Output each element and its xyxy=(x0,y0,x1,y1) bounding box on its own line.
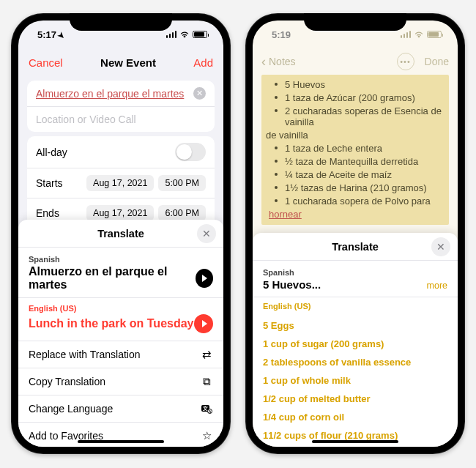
home-indicator[interactable] xyxy=(312,440,398,443)
translation-item: 1 cup of whole milk xyxy=(263,371,447,390)
replace-action[interactable]: Replace with Translation ⇄ xyxy=(18,341,223,368)
starts-time[interactable]: 5:00 PM xyxy=(158,175,206,191)
list-item: ½ taza de Mantequilla derretida xyxy=(273,155,445,168)
signal-icon xyxy=(401,31,412,38)
status-time: 5:19 xyxy=(272,29,291,40)
source-text: Almuerzo en el parque el martes xyxy=(29,265,196,291)
translation-item: 5 Eggs xyxy=(263,316,447,335)
location-placeholder: Location or Video Call xyxy=(36,114,136,125)
underlined-word: hornear xyxy=(269,209,302,220)
wifi-icon xyxy=(414,31,424,38)
translation-item: 1/2 cup of melted butter xyxy=(263,390,447,408)
sheet-title: Translate xyxy=(97,228,144,239)
title-value: Almuerzo en el parque el martes xyxy=(36,88,184,100)
svg-text:A: A xyxy=(209,409,212,414)
back-chevron-icon[interactable]: ‹ xyxy=(261,54,266,70)
nav-bar: Cancel New Event Add xyxy=(18,48,223,76)
phone-calendar: 5:17➤ Cancel New Event Add Almuerzo en e… xyxy=(11,13,231,454)
copy-label: Copy Translation xyxy=(29,376,105,387)
dest-block: English (US) xyxy=(253,297,458,315)
location-field[interactable]: Location or Video Call xyxy=(27,107,215,132)
location-icon: ➤ xyxy=(56,29,67,41)
allday-toggle[interactable] xyxy=(175,143,206,161)
translation-list: 5 Eggs 1 cup of sugar (200 grams) 2 tabl… xyxy=(253,315,458,445)
translation-item: 2 tablespoons of vanilla essence xyxy=(263,353,447,371)
translation-item: 1/4 cup of corn oil xyxy=(263,408,447,426)
source-block: Spanish Almuerzo en el parque el martes xyxy=(18,248,223,298)
sheet-title: Translate xyxy=(332,241,379,253)
notch xyxy=(304,13,406,31)
sheet-header: Translate ✕ xyxy=(253,233,458,261)
translate-sheet: Translate ✕ Spanish Almuerzo en el parqu… xyxy=(18,220,223,447)
replace-label: Replace with Translation xyxy=(29,349,141,360)
ends-label: Ends xyxy=(36,207,86,219)
notch xyxy=(70,13,172,31)
change-lang-action[interactable]: Change Language 文A xyxy=(18,395,223,423)
list-item: 1 taza de Azúcar (200 gramos) xyxy=(273,91,445,104)
language-icon: 文A xyxy=(200,402,213,415)
dest-lang: English (US) xyxy=(263,302,447,311)
battery-icon xyxy=(193,31,207,38)
sheet-header: Translate ✕ xyxy=(18,220,223,248)
ends-time[interactable]: 6:00 PM xyxy=(158,205,206,221)
allday-label: All-day xyxy=(36,146,175,158)
status-time: 5:17 xyxy=(37,29,56,40)
dest-lang: English (US) xyxy=(29,304,213,313)
starts-row: Starts Aug 17, 2021 5:00 PM xyxy=(27,168,215,198)
favorites-action[interactable]: Add to Favorites ☆ xyxy=(18,423,223,447)
signal-icon xyxy=(166,31,177,38)
close-button[interactable]: ✕ xyxy=(431,237,450,256)
list-item: 1½ tazas de Harina (210 gramos) xyxy=(273,181,445,194)
play-source-button[interactable] xyxy=(196,269,213,288)
ingredient-list: 5 Huevos 1 taza de Azúcar (200 gramos) 2… xyxy=(266,78,445,207)
screen-calendar: 5:17➤ Cancel New Event Add Almuerzo en e… xyxy=(18,21,223,447)
translate-sheet: Translate ✕ Spanish 5 Huevos... more Eng… xyxy=(253,233,458,447)
battery-icon xyxy=(427,31,442,38)
source-lang: Spanish xyxy=(29,255,213,264)
close-button[interactable]: ✕ xyxy=(197,224,216,243)
ends-date[interactable]: Aug 17, 2021 xyxy=(86,205,154,221)
title-field[interactable]: Almuerzo en el parque el martes ✕ xyxy=(27,81,215,107)
list-item: 5 Huevos xyxy=(273,78,445,91)
play-dest-button[interactable] xyxy=(194,314,213,333)
back-label[interactable]: Notes xyxy=(269,56,296,67)
starts-label: Starts xyxy=(36,177,86,189)
source-lang: Spanish xyxy=(263,268,321,277)
home-indicator[interactable] xyxy=(78,440,164,443)
nav-bar: ‹ Notes ••• Done xyxy=(253,48,458,75)
nav-title: New Event xyxy=(100,56,156,69)
screen-notes: 5:19 ‹ Notes ••• Done 5 Huevos 1 taza de… xyxy=(253,21,458,447)
list-item: ¼ taza de Aceite de maíz xyxy=(273,168,445,181)
clear-icon[interactable]: ✕ xyxy=(193,87,206,100)
add-button[interactable]: Add xyxy=(193,56,213,69)
dest-text: Lunch in the park on Tuesday xyxy=(29,317,194,330)
phone-notes: 5:19 ‹ Notes ••• Done 5 Huevos 1 taza de… xyxy=(245,13,465,454)
wifi-icon xyxy=(179,31,190,38)
dest-block: English (US) Lunch in the park on Tuesda… xyxy=(18,298,223,341)
note-selection[interactable]: 5 Huevos 1 taza de Azúcar (200 gramos) 2… xyxy=(261,75,449,225)
list-item-wrap: de vainilla xyxy=(266,128,445,141)
replace-icon: ⇄ xyxy=(200,348,213,361)
list-item: 2 cucharadas soperas de Esencia de vaini… xyxy=(273,104,445,128)
allday-row: All-day xyxy=(27,136,215,168)
star-icon: ☆ xyxy=(200,429,213,442)
done-button[interactable]: Done xyxy=(425,56,449,67)
starts-date[interactable]: Aug 17, 2021 xyxy=(86,175,154,191)
list-item: 1 cucharada sopera de Polvo para xyxy=(273,194,445,207)
source-block: Spanish 5 Huevos... more xyxy=(253,261,458,297)
copy-icon: ⧉ xyxy=(200,375,213,388)
svg-text:文: 文 xyxy=(202,405,208,412)
change-label: Change Language xyxy=(29,403,113,415)
more-button[interactable]: more xyxy=(427,281,447,291)
more-button[interactable]: ••• xyxy=(397,53,414,70)
copy-action[interactable]: Copy Translation ⧉ xyxy=(18,368,223,395)
translation-item: 1 cup of sugar (200 grams) xyxy=(263,335,447,353)
cancel-button[interactable]: Cancel xyxy=(29,56,63,69)
list-item: 1 taza de Leche entera xyxy=(273,141,445,155)
source-text: 5 Huevos... xyxy=(263,278,321,291)
